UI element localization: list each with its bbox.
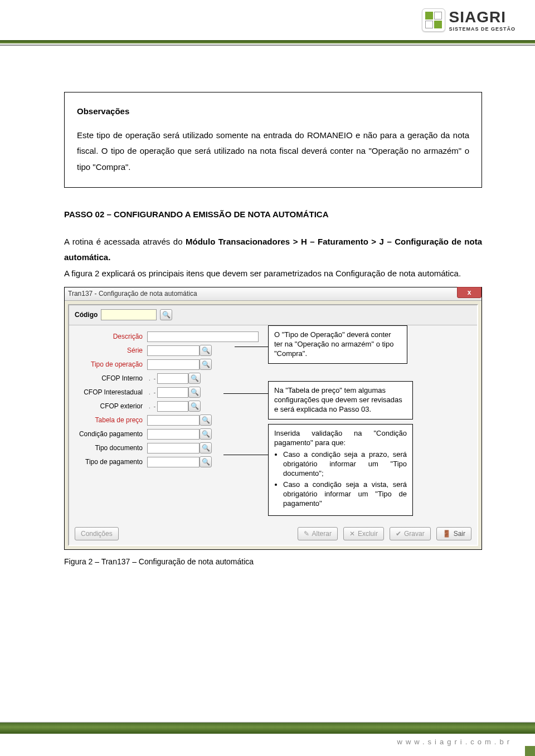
label-descricao: Descrição	[75, 330, 147, 343]
label-tipo-pagamento: Tipo de pagamento	[75, 456, 147, 469]
footer-url: www.siagri.com.br	[397, 738, 513, 746]
label-cfop-interno: CFOP Interno	[75, 372, 147, 385]
label-cfop-exterior: CFOP exterior	[75, 400, 147, 413]
excluir-button[interactable]: ✕Excluir	[343, 527, 384, 540]
codigo-row: Código 🔍	[69, 305, 477, 325]
label-serie: Série	[75, 344, 147, 357]
header-rule-thin	[0, 45, 535, 46]
close-button[interactable]: x	[457, 287, 481, 298]
label-condicao-pagamento: Condição pagamento	[75, 428, 147, 441]
lookup-tipo-operacao[interactable]: 🔍	[200, 359, 212, 370]
lookup-cfop-interestadual[interactable]: 🔍	[188, 387, 201, 398]
lookup-tipo-pagamento[interactable]: 🔍	[200, 456, 212, 467]
lookup-serie[interactable]: 🔍	[200, 345, 212, 356]
page-header: SIAGRI SISTEMAS DE GESTÃO	[0, 0, 535, 50]
lookup-cfop-exterior[interactable]: 🔍	[188, 401, 201, 412]
passo-title: PASSO 02 – CONFIGURANDO A EMISSÃO DE NOT…	[64, 207, 482, 223]
observacoes-title: Observações	[77, 104, 469, 120]
label-tipo-operacao: Tipo de operação	[75, 358, 147, 371]
callout-leader-3	[223, 455, 268, 455]
dialog-titlebar: Tran137 - Configuração de nota automátic…	[65, 287, 481, 301]
brand-name: SIAGRI	[449, 8, 515, 26]
callout-leader-2	[223, 393, 268, 394]
input-descricao[interactable]	[147, 331, 259, 342]
brand-logo: SIAGRI SISTEMAS DE GESTÃO	[422, 8, 515, 32]
lookup-condicao-pagamento[interactable]: 🔍	[200, 428, 212, 440]
input-condicao-pagamento[interactable]	[147, 429, 200, 440]
footer-rule	[0, 723, 535, 734]
search-icon: 🔍	[202, 442, 210, 455]
search-icon: 🔍	[191, 372, 199, 385]
search-icon: 🔍	[162, 309, 171, 321]
codigo-search-button[interactable]: 🔍	[160, 309, 172, 320]
search-icon: 🔍	[202, 428, 210, 441]
search-icon: 🔍	[202, 456, 210, 469]
label-cfop-interestadual: CFOP Interestadual	[75, 386, 147, 399]
lookup-tipo-documento[interactable]: 🔍	[200, 442, 212, 453]
dialog-title: Tran137 - Configuração de nota automátic…	[68, 287, 197, 300]
page-footer: www.siagri.com.br	[0, 717, 535, 756]
passo-intro-pre: A rotina é acessada através do	[64, 237, 186, 246]
codigo-input[interactable]	[101, 309, 157, 320]
input-tabela-preco[interactable]	[147, 415, 200, 426]
search-icon: 🔍	[191, 400, 199, 413]
alterar-button[interactable]: ✎Alterar	[298, 527, 338, 540]
callout-condicao-pagamento: Inserida validação na "Condição pagament…	[268, 424, 413, 516]
input-cfop-interno[interactable]	[157, 373, 188, 384]
callout-item: Caso a condição seja a vista, será obrig…	[283, 480, 407, 509]
delete-icon: ✕	[349, 528, 355, 540]
label-tabela-preco: Tabela de preço	[75, 414, 147, 427]
observacoes-text: Este tipo de operação será utilizado som…	[77, 128, 469, 175]
lookup-cfop-interno[interactable]: 🔍	[188, 373, 201, 384]
callout-tabela-preco: Na "Tabela de preço" tem algumas configu…	[268, 381, 413, 420]
callout-item: Caso a condição seja a prazo, será obrig…	[283, 450, 407, 479]
brand-sub: SISTEMAS DE GESTÃO	[449, 26, 515, 32]
search-icon: 🔍	[202, 358, 210, 371]
dialog-screenshot: Tran137 - Configuração de nota automátic…	[64, 287, 482, 550]
button-row: Condições ✎Alterar ✕Excluir ✔Gravar 🚪Sai…	[75, 527, 471, 540]
callout-tipo-operacao: O "Tipo de Operação" deverá conter ter n…	[268, 325, 407, 364]
search-icon: 🔍	[202, 344, 210, 357]
search-icon: 🔍	[191, 386, 199, 399]
callout-leader-1	[235, 347, 268, 347]
document-content: Observações Este tipo de operação será u…	[0, 50, 535, 592]
sair-button[interactable]: 🚪Sair	[436, 527, 471, 540]
search-icon: 🔍	[202, 414, 210, 427]
exit-icon: 🚪	[442, 528, 451, 540]
input-tipo-documento[interactable]	[147, 443, 200, 453]
input-tipo-operacao[interactable]	[147, 359, 200, 370]
lookup-tabela-preco[interactable]: 🔍	[200, 414, 212, 426]
gravar-button[interactable]: ✔Gravar	[390, 527, 431, 540]
input-cfop-interestadual[interactable]	[157, 387, 188, 398]
check-icon: ✔	[396, 528, 401, 540]
codigo-label: Código	[75, 309, 98, 321]
condicoes-button[interactable]: Condições	[75, 527, 119, 540]
observacoes-box: Observações Este tipo de operação será u…	[64, 92, 482, 188]
header-rule	[0, 40, 535, 43]
close-icon: x	[468, 286, 471, 299]
label-tipo-documento: Tipo documento	[75, 442, 147, 455]
input-tipo-pagamento[interactable]	[147, 457, 200, 467]
figure-caption: Figura 2 – Tran137 – Configuração de not…	[64, 554, 482, 569]
passo-intro: A rotina é acessada através do Módulo Tr…	[64, 234, 482, 266]
input-cfop-exterior[interactable]	[157, 401, 188, 412]
logo-mark-icon	[422, 8, 445, 32]
edit-icon: ✎	[304, 528, 309, 540]
passo-figura-intro: A figura 2 explicará os principais itens…	[64, 266, 482, 282]
footer-corner	[525, 746, 535, 756]
input-serie[interactable]	[147, 345, 200, 356]
